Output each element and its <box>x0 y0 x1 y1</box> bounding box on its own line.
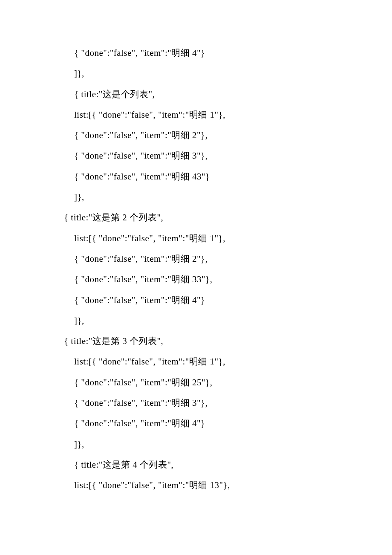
code-document: { "done":"false", "item":"明细 4"} ]}, { t… <box>0 0 392 538</box>
code-line: { title:"这是第 3 个列表", <box>64 331 345 351</box>
code-line: { "done":"false", "item":"明细 2"}, <box>64 125 345 145</box>
code-line: { "done":"false", "item":"明细 2"}, <box>64 249 345 269</box>
code-line: list:[{ "done":"false", "item":"明细 1"}, <box>64 351 345 372</box>
code-line: list:[{ "done":"false", "item":"明细 1"}, <box>64 228 345 249</box>
code-line: { "done":"false", "item":"明细 25"}, <box>64 372 345 393</box>
code-line: { title:"这是第 4 个列表", <box>64 454 345 475</box>
code-line: ]}, <box>64 63 345 84</box>
code-line: list:[{ "done":"false", "item":"明细 13"}, <box>64 475 345 495</box>
code-line: { "done":"false", "item":"明细 3"}, <box>64 145 345 166</box>
code-line: { "done":"false", "item":"明细 4"} <box>64 43 345 63</box>
code-line: { "done":"false", "item":"明细 43"} <box>64 166 345 187</box>
code-line: { title:"这是个列表", <box>64 84 345 104</box>
code-line: ]}, <box>64 434 345 454</box>
code-line: { "done":"false", "item":"明细 33"}, <box>64 269 345 289</box>
code-line: ]}, <box>64 187 345 207</box>
code-line: { "done":"false", "item":"明细 3"}, <box>64 393 345 413</box>
code-line: { "done":"false", "item":"明细 4"} <box>64 413 345 434</box>
code-line: { title:"这是第 2 个列表", <box>64 207 345 228</box>
code-line: list:[{ "done":"false", "item":"明细 1"}, <box>64 104 345 125</box>
code-line: { "done":"false", "item":"明细 4"} <box>64 290 345 310</box>
code-line: ]}, <box>64 310 345 331</box>
